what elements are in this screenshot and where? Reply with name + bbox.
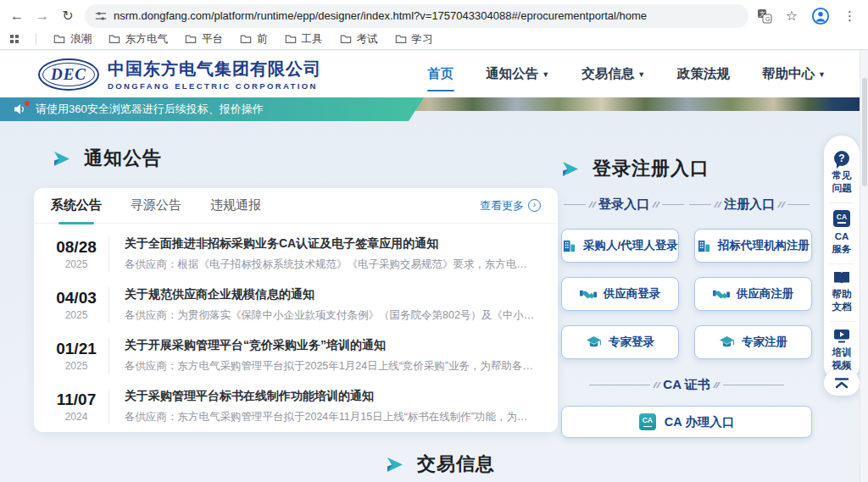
nav-trade-info[interactable]: 交易信息▼: [581, 65, 645, 83]
company-name-en: DONGFANG ELECTRIC CORPORATION: [108, 81, 321, 91]
site-header: DEC 中国东方电气集团有限公司 DONGFANG ELECTRIC CORPO…: [0, 51, 868, 97]
ca-cert-header: CA 证书: [561, 377, 812, 393]
menu-kebab-icon[interactable]: ⋮: [843, 8, 856, 24]
caret-down-icon: ▼: [542, 70, 549, 79]
bookmark-folder[interactable]: 工具: [285, 32, 323, 47]
divider: [108, 236, 109, 272]
folder-icon: [53, 34, 65, 44]
bookmark-folder[interactable]: 东方电气: [108, 32, 168, 47]
trade-section-title: 交易信息: [417, 452, 495, 477]
tab-sourcing-notices[interactable]: 寻源公告: [131, 188, 181, 224]
notice-summary: 各供应商：为贯彻落实《保障中小企业款项支付条例》（国务院令第802号）及《中小企…: [125, 308, 537, 323]
view-more-link[interactable]: 查看更多 ›: [480, 198, 541, 213]
bookmark-label: 浪潮: [70, 32, 92, 47]
speaker-icon: [14, 103, 27, 115]
ca-apply-button[interactable]: CA CA 办理入口: [561, 406, 812, 438]
page-scrollbar[interactable]: [860, 51, 868, 482]
svg-text:G: G: [765, 16, 770, 22]
apps-grid-icon[interactable]: [10, 35, 19, 43]
folder-icon: [240, 34, 252, 44]
notices-card: 系统公告 寻源公告 违规通报 查看更多 › 08/28 2025 关于全面推进非…: [34, 188, 558, 432]
nav-notices[interactable]: 通知公告▼: [486, 65, 549, 83]
bookmark-folder[interactable]: 浪潮: [53, 32, 92, 47]
notice-year: 2024: [44, 411, 108, 423]
notice-year: 2025: [44, 360, 108, 372]
register-entry-header: 注册入口: [687, 197, 812, 213]
bookmark-label: 平台: [202, 32, 223, 47]
notice-row[interactable]: 04/03 2025 关于规范供应商企业规模信息的通知 各供应商：为贯彻落实《保…: [44, 280, 537, 330]
graduation-cap-icon: [719, 335, 735, 349]
folder-icon: [285, 34, 297, 44]
notice-list: 08/28 2025 关于全面推进非招标采购业务CA认证及电子签章应用的通知 各…: [34, 224, 558, 432]
company-name-cn: 中国东方电气集团有限公司: [108, 58, 321, 80]
bookmark-label: 东方电气: [125, 32, 168, 47]
bookmark-folder[interactable]: 学习: [395, 32, 433, 47]
bookmark-star-icon[interactable]: ☆: [786, 8, 798, 24]
nav-home[interactable]: 首页: [427, 65, 453, 83]
notice-row[interactable]: 11/07 2024 关于采购管理平台标书在线制作功能培训的通知 各供应商：东方…: [44, 381, 537, 432]
notice-date: 08/28: [44, 238, 108, 257]
profile-avatar-icon[interactable]: [811, 7, 830, 25]
translate-icon[interactable]: 文 G: [757, 8, 772, 24]
ca-service-icon: CA: [833, 210, 850, 227]
url-bar[interactable]: nsrm.dongfang.com/platform/runtime/epp/d…: [85, 4, 748, 28]
bookmark-folder[interactable]: 考试: [340, 32, 378, 47]
tab-system-notices[interactable]: 系统公告: [51, 188, 102, 224]
dec-logo-oval: DEC: [38, 58, 99, 91]
section-arrow-icon: [53, 151, 71, 167]
browser-toolbar: ← → ↻ nsrm.dongfang.com/platform/runtime…: [0, 0, 868, 29]
supplier-register-button[interactable]: 供应商注册: [694, 277, 812, 311]
notice-summary: 各供应商：根据《电子招标投标系统技术规范》《电子采购交易规范》要求，东方电气采购…: [125, 258, 537, 272]
sidebar-item-help-docs[interactable]: 帮助文档: [829, 264, 854, 322]
section-arrow-icon: [561, 161, 580, 177]
company-logo[interactable]: DEC 中国东方电气集团有限公司 DONGFANG ELECTRIC CORPO…: [38, 58, 321, 91]
expert-register-button[interactable]: 专家注册: [694, 325, 812, 359]
forward-icon[interactable]: →: [34, 8, 51, 24]
bookmarks-bar: 浪潮 东方电气 平台 前 工具 考试 学习: [0, 29, 868, 49]
view-more-label: 查看更多: [480, 198, 524, 213]
handshake-icon: [713, 288, 730, 300]
notice-title: 关于规范供应商企业规模信息的通知: [125, 287, 537, 302]
notice-title: 关于采购管理平台标书在线制作功能培训的通知: [125, 389, 537, 404]
browser-chrome: ← → ↻ nsrm.dongfang.com/platform/runtime…: [0, 0, 868, 50]
bookmark-folder[interactable]: 平台: [185, 32, 223, 47]
notice-row[interactable]: 01/21 2025 关于开展采购管理平台“竞价采购业务”培训的通知 各供应商：…: [44, 330, 537, 381]
divider: [108, 287, 109, 323]
divider: [108, 338, 109, 374]
reload-icon[interactable]: ↻: [59, 8, 76, 24]
divider: [108, 389, 109, 424]
nav-policies[interactable]: 政策法规: [677, 65, 730, 83]
bookmark-folder[interactable]: 前: [240, 32, 268, 47]
notices-section-title: 通知公告: [84, 146, 162, 171]
notice-year: 2025: [44, 309, 108, 321]
notice-summary: 各供应商：东方电气采购管理平台拟于2024年11月15日上线“标书在线制作”功能…: [125, 410, 537, 424]
site-settings-icon[interactable]: [95, 10, 107, 22]
login-panel: 登录入口 注册入口 采购人/代理人登录: [561, 188, 812, 438]
tab-violation-reports[interactable]: 违规通报: [210, 188, 261, 224]
notice-year: 2025: [44, 258, 108, 270]
expert-login-button[interactable]: 专家登录: [561, 325, 679, 359]
building-icon: [697, 239, 711, 253]
ca-badge-icon: CA: [639, 413, 656, 430]
video-icon: [833, 329, 850, 343]
caret-down-icon: ▼: [637, 70, 645, 79]
graduation-cap-icon: [586, 335, 602, 349]
bookmark-label: 前: [257, 32, 268, 47]
building-icon: [562, 239, 576, 253]
caret-down-icon: ▼: [818, 70, 826, 79]
main-content: 通知公告 系统公告 寻源公告 违规通报 查看更多 › 08/28 2025 关于…: [0, 111, 860, 482]
nav-help-center[interactable]: 帮助中心▼: [762, 65, 826, 83]
notice-date: 11/07: [44, 391, 108, 409]
supplier-login-button[interactable]: 供应商登录: [561, 277, 679, 311]
sidebar-item-faq[interactable]: ? 常见问题: [829, 144, 854, 203]
sidebar-item-ca-service[interactable]: CA CA服务: [829, 203, 854, 264]
notice-date: 01/21: [44, 340, 108, 358]
buyer-agent-login-button[interactable]: 采购人/代理人登录: [561, 229, 679, 263]
question-bubble-icon: ?: [834, 151, 849, 166]
bookmarks-divider: [36, 33, 36, 45]
notice-row[interactable]: 08/28 2025 关于全面推进非招标采购业务CA认证及电子签章应用的通知 各…: [44, 229, 537, 280]
scrollbar-thumb[interactable]: [862, 78, 867, 186]
back-icon[interactable]: ←: [8, 8, 25, 24]
back-to-top-button[interactable]: [824, 370, 860, 396]
bid-agency-register-button[interactable]: 招标代理机构注册: [694, 229, 812, 263]
